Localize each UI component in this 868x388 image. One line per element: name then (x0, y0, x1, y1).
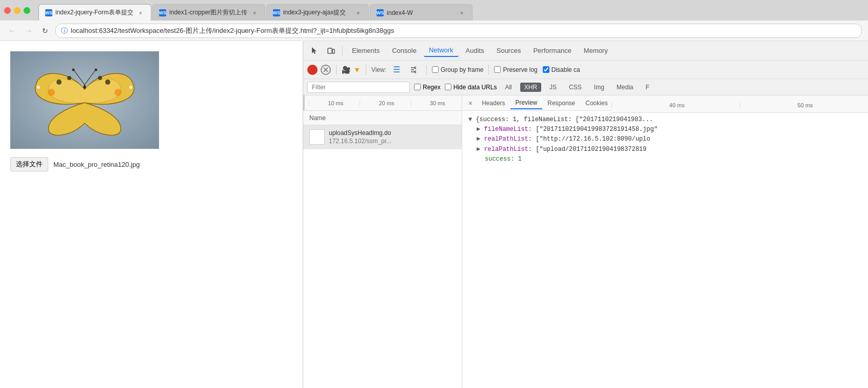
svg-rect-14 (328, 48, 332, 53)
tab3-label: index3-jquery-ajax提交 (283, 8, 346, 17)
expand-filelist-arrow[interactable]: ► (477, 126, 480, 133)
title-bar: WS index2-jquery-Form表单提交 × WS index1-cr… (0, 0, 868, 21)
forward-button[interactable]: → (23, 25, 35, 37)
preserve-log-checkbox[interactable] (494, 66, 501, 73)
json-indent-block: ► fileNameList: ["2017110219041998372819… (468, 125, 862, 164)
detail-tab-headers[interactable]: Headers (477, 98, 510, 109)
detail-tab-preview[interactable]: Preview (510, 97, 543, 109)
clear-button[interactable] (321, 65, 331, 75)
json-relapath-val: ["upload/201711021904198372819 (536, 146, 646, 153)
network-sep1 (336, 65, 337, 75)
json-root-line: ▼ {success: 1, fileNameList: ["201711021… (468, 115, 862, 125)
json-realpath-line: ► realPathList: ["http://172.16.5.102:80… (477, 134, 862, 144)
detail-panel: × Headers Preview Response Cookies Timin… (462, 95, 868, 388)
svg-point-6 (48, 89, 55, 96)
detail-tab-timing[interactable]: Timing (613, 98, 642, 109)
tab-index1-cropper[interactable]: WS index1-cropper图片剪切上传 × (152, 4, 265, 21)
filter-xhr[interactable]: XHR (520, 83, 541, 92)
json-success-text (477, 156, 485, 163)
traffic-lights (4, 7, 30, 14)
group-by-frame-checkbox[interactable] (432, 66, 439, 73)
camera-icon[interactable]: 🎥 (342, 66, 350, 74)
tab-index3-ajax[interactable]: WS index3-jquery-ajax提交 × (266, 4, 369, 21)
filter-css[interactable]: CSS (565, 83, 586, 92)
tab-index4[interactable]: WS index4-W × (370, 4, 472, 21)
record-button[interactable] (307, 65, 318, 75)
request-thumbnail (309, 129, 325, 145)
tabs-bar: WS index2-jquery-Form表单提交 × WS index1-cr… (38, 0, 864, 21)
file-name-label: Mac_book_pro_retina120.jpg (53, 161, 140, 168)
choose-file-button[interactable]: 选择文件 (10, 157, 48, 171)
svg-point-2 (56, 80, 62, 85)
detail-tab-cookies[interactable]: Cookies (580, 98, 613, 109)
tab-performance[interactable]: Performance (528, 45, 576, 56)
collapse-root-arrow[interactable]: ▼ (468, 116, 472, 123)
box-icon[interactable] (324, 44, 338, 58)
hide-urls-option: Hide data URLs (445, 84, 497, 91)
browser-frame: WS index2-jquery-Form表单提交 × WS index1-cr… (0, 0, 868, 388)
filter-all[interactable]: All (501, 83, 516, 92)
tab-network[interactable]: Network (424, 44, 459, 57)
json-relapath-line: ► relaPathList: ["upload/201711021904198… (477, 145, 862, 154)
json-filelist-val: ["20171102190419983728191458.jpg" (536, 126, 658, 133)
tab-elements[interactable]: Elements (347, 45, 385, 56)
svg-point-4 (105, 80, 110, 85)
request-sub: 172.16.5.102/ssm_pr... (329, 138, 391, 145)
request-name: uploadSysHeadImg.do (329, 129, 391, 137)
detail-close-button[interactable]: × (464, 99, 477, 107)
tab1-close[interactable]: × (136, 9, 145, 17)
group-by-frame-label: Group by frame (441, 66, 483, 73)
tab1-label: index2-jquery-Form表单提交 (55, 8, 133, 17)
expand-relapath-arrow[interactable]: ► (477, 146, 480, 153)
close-button[interactable] (4, 7, 11, 14)
svg-point-9 (129, 86, 132, 89)
tab2-close[interactable]: × (250, 9, 259, 17)
list-view-icon[interactable]: ☰ (389, 63, 404, 77)
request-text: uploadSysHeadImg.do 172.16.5.102/ssm_pr.… (329, 129, 391, 145)
hide-urls-checkbox[interactable] (445, 84, 451, 90)
tab-audits[interactable]: Audits (461, 45, 489, 56)
url-bar[interactable]: ⓘ localhost:63342/testWorkspace/test26-图… (55, 24, 862, 38)
filter-img[interactable]: Img (590, 83, 608, 92)
filter-font[interactable]: F (642, 83, 654, 92)
expand-realpath-arrow[interactable]: ► (477, 135, 480, 143)
name-column-header: Name (303, 111, 462, 125)
minimize-button[interactable] (14, 7, 21, 14)
tab3-close[interactable]: × (354, 9, 362, 17)
regex-checkbox[interactable] (414, 84, 421, 90)
json-filelist-key: fileNameList: (484, 126, 536, 133)
maximize-button[interactable] (24, 7, 30, 14)
tab-memory[interactable]: Memory (579, 45, 613, 56)
network-sep3 (426, 65, 427, 75)
address-bar: ← → ↻ ⓘ localhost:63342/testWorkspace/te… (0, 21, 868, 41)
cursor-icon[interactable] (307, 44, 322, 58)
filter-input[interactable] (307, 82, 410, 93)
svg-point-3 (67, 76, 71, 80)
disable-cache-group: Disable ca (543, 66, 580, 73)
back-button[interactable]: ← (6, 25, 18, 37)
refresh-button[interactable]: ↻ (39, 25, 51, 37)
content-area: 选择文件 Mac_book_pro_retina120.jpg Elements… (0, 41, 868, 388)
hide-urls-label: Hide data URLs (453, 84, 497, 91)
filter-media[interactable]: Media (613, 83, 638, 92)
svg-point-5 (98, 76, 102, 80)
timeline-30ms: 30 ms (411, 100, 462, 106)
filter-icon[interactable]: ▼ (353, 66, 361, 74)
tab4-close[interactable]: × (458, 9, 466, 17)
ws-icon-tab4: WS (377, 9, 384, 16)
tab-sources[interactable]: Sources (491, 45, 526, 56)
devtools-panel: Elements Console Network Audits Sources … (303, 41, 868, 388)
detail-tab-response[interactable]: Response (542, 98, 580, 109)
disable-cache-checkbox[interactable] (543, 66, 549, 73)
tree-view-icon[interactable] (407, 63, 421, 77)
preserve-log-label: Preserve log (503, 66, 537, 73)
detail-tabs-bar: × Headers Preview Response Cookies Timin… (462, 95, 868, 111)
network-sep2 (366, 65, 366, 75)
tab-console[interactable]: Console (387, 45, 422, 56)
devtools-toolbar: Elements Console Network Audits Sources … (303, 41, 868, 61)
json-filelist-line: ► fileNameList: ["2017110219041998372819… (477, 125, 862, 134)
filter-js[interactable]: JS (545, 83, 561, 92)
ws-icon-tab3: WS (273, 9, 280, 16)
request-row[interactable]: uploadSysHeadImg.do 172.16.5.102/ssm_pr.… (303, 125, 462, 149)
tab-index2-form[interactable]: WS index2-jquery-Form表单提交 × (38, 4, 151, 21)
